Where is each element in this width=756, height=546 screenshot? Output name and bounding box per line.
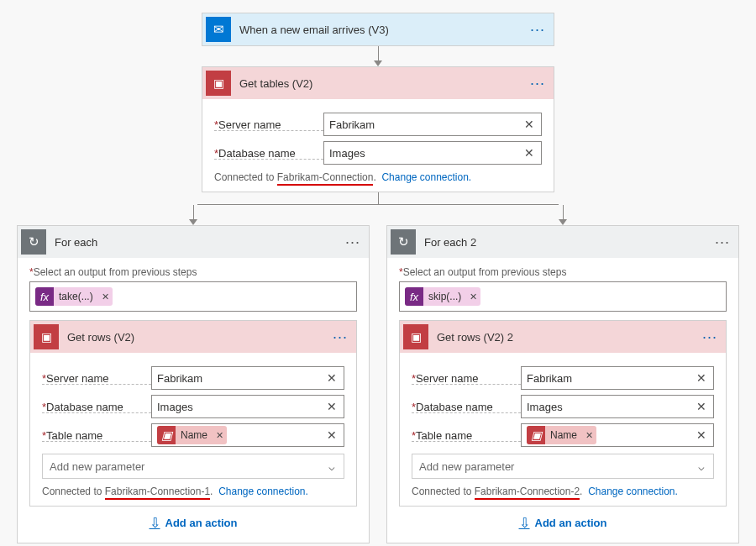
getrows-left-menu-button[interactable]: ···: [324, 328, 356, 346]
left-connection-info: Connected to Fabrikam-Connection-1. Chan…: [42, 486, 344, 497]
right-add-parameter-dropdown[interactable]: Add new parameter ⌵: [412, 454, 714, 479]
foreach-left-menu-button[interactable]: ···: [337, 234, 369, 251]
sql-icon: [527, 426, 545, 444]
token-remove-icon[interactable]: ✕: [213, 430, 227, 441]
gt-change-connection-link[interactable]: Change connection.: [381, 171, 471, 183]
get-tables-menu-button[interactable]: ···: [522, 75, 554, 92]
foreach-left-header[interactable]: For each ···: [18, 226, 369, 258]
left-connection-name: Fabrikam-Connection-1: [105, 486, 210, 500]
sql-icon: [206, 71, 231, 96]
clear-icon[interactable]: ✕: [325, 371, 339, 385]
get-tables-body: *Server name Fabrikam ✕ *Database name I…: [202, 99, 554, 192]
getrows-right-header[interactable]: Get rows (V2) 2 ···: [400, 321, 726, 353]
right-select-input[interactable]: fx skip(...) ✕: [399, 281, 727, 312]
right-connection-name: Fabrikam-Connection-2: [475, 486, 580, 500]
left-change-connection-link[interactable]: Change connection.: [218, 486, 308, 497]
foreach-left-body: *Select an output from previous steps fx…: [18, 258, 369, 543]
getrows-left-title: Get rows (V2): [67, 331, 324, 344]
left-table-label: *Table name: [42, 429, 151, 442]
clear-icon[interactable]: ✕: [695, 371, 708, 385]
gt-connection-info: Connected to Fabrikam-Connection. Change…: [214, 171, 542, 183]
left-select-input[interactable]: fx take(...) ✕: [29, 281, 357, 312]
add-action-icon: [150, 515, 160, 531]
right-connection-info: Connected to Fabrikam-Connection-2. Chan…: [412, 486, 714, 497]
add-action-icon: [519, 515, 530, 531]
left-server-label: *Server name: [42, 372, 151, 385]
fx-icon: fx: [35, 287, 54, 306]
gt-db-label: *Database name: [214, 147, 323, 160]
token-remove-icon[interactable]: ✕: [98, 291, 113, 302]
dynamic-token[interactable]: Name ✕: [527, 426, 596, 444]
token-remove-icon[interactable]: ✕: [582, 430, 596, 441]
left-db-input[interactable]: Images ✕: [151, 395, 344, 418]
gt-server-input[interactable]: Fabrikam ✕: [323, 113, 542, 136]
fx-token[interactable]: fx skip(...) ✕: [405, 287, 480, 306]
fx-icon: fx: [405, 287, 423, 306]
sql-icon: [34, 324, 59, 349]
flow-canvas: When a new email arrives (V3) ··· Get ta…: [0, 0, 756, 546]
chevron-down-icon: ⌵: [696, 460, 706, 473]
getrows-left-body: *Server name Fabrikam ✕ *Database name I…: [30, 353, 356, 506]
getrows-right-body: *Server name Fabrikam ✕ *Database name I…: [400, 353, 726, 506]
connector-arrow: [189, 205, 197, 225]
right-server-label: *Server name: [412, 372, 521, 385]
left-table-input[interactable]: Name ✕ ✕: [151, 423, 344, 447]
gt-db-input[interactable]: Images ✕: [323, 141, 542, 165]
gt-server-label: *Server name: [214, 118, 323, 131]
right-server-input[interactable]: Fabrikam ✕: [521, 366, 714, 390]
trigger-menu-button[interactable]: ···: [522, 21, 554, 39]
foreach-card-right: For each 2 ··· *Select an output from pr…: [386, 225, 739, 543]
clear-icon[interactable]: ✕: [522, 146, 536, 160]
mail-icon: [206, 17, 231, 42]
sql-icon: [403, 324, 428, 349]
foreach-right-menu-button[interactable]: ···: [706, 234, 738, 251]
get-tables-card: Get tables (V2) ··· *Server name Fabrika…: [202, 66, 554, 192]
sql-icon: [157, 426, 176, 444]
chevron-down-icon: ⌵: [327, 460, 337, 473]
loop-icon: [21, 229, 46, 255]
getrows-card-right: Get rows (V2) 2 ··· *Server name Fabrika…: [399, 320, 727, 507]
right-select-label: *Select an output from previous steps: [399, 266, 727, 278]
foreach-right-body: *Select an output from previous steps fx…: [387, 258, 738, 543]
foreach-right-title: For each 2: [424, 236, 706, 249]
right-table-label: *Table name: [412, 429, 521, 442]
fx-token[interactable]: fx take(...) ✕: [35, 287, 113, 306]
foreach-right-header[interactable]: For each 2 ···: [387, 226, 738, 258]
trigger-header[interactable]: When a new email arrives (V3) ···: [202, 13, 554, 45]
right-table-input[interactable]: Name ✕ ✕: [521, 423, 714, 447]
getrows-left-header[interactable]: Get rows (V2) ···: [30, 321, 356, 353]
loop-icon: [391, 229, 416, 255]
connector-arrow: [374, 46, 382, 66]
get-tables-title: Get tables (V2): [239, 77, 522, 90]
dynamic-token[interactable]: Name ✕: [157, 426, 227, 444]
getrows-right-menu-button[interactable]: ···: [694, 328, 726, 346]
left-select-label: *Select an output from previous steps: [29, 266, 357, 278]
gt-connection-name: Fabrikam-Connection: [277, 171, 374, 186]
connector-line: [378, 192, 379, 204]
clear-icon[interactable]: ✕: [325, 428, 339, 442]
trigger-card[interactable]: When a new email arrives (V3) ···: [202, 13, 554, 46]
right-change-connection-link[interactable]: Change connection.: [588, 486, 678, 497]
left-db-label: *Database name: [42, 401, 151, 413]
getrows-right-title: Get rows (V2) 2: [437, 331, 694, 344]
foreach-card-left: For each ··· *Select an output from prev…: [17, 225, 370, 543]
left-server-input[interactable]: Fabrikam ✕: [151, 366, 344, 390]
clear-icon[interactable]: ✕: [325, 400, 339, 413]
right-db-input[interactable]: Images ✕: [521, 395, 714, 418]
right-db-label: *Database name: [412, 401, 521, 413]
connector-arrow: [559, 205, 567, 225]
right-add-action-button[interactable]: Add an action: [399, 507, 727, 534]
token-remove-icon[interactable]: ✕: [466, 291, 480, 302]
clear-icon[interactable]: ✕: [522, 118, 536, 131]
left-add-parameter-dropdown[interactable]: Add new parameter ⌵: [42, 454, 344, 479]
trigger-title: When a new email arrives (V3): [239, 24, 522, 36]
getrows-card-left: Get rows (V2) ··· *Server name Fabrikam …: [29, 320, 357, 507]
branch-columns: For each ··· *Select an output from prev…: [17, 205, 739, 543]
foreach-left-title: For each: [55, 236, 337, 249]
get-tables-header[interactable]: Get tables (V2) ···: [202, 67, 554, 99]
left-add-action-button[interactable]: Add an action: [29, 507, 357, 534]
clear-icon[interactable]: ✕: [695, 428, 708, 442]
clear-icon[interactable]: ✕: [695, 400, 708, 413]
